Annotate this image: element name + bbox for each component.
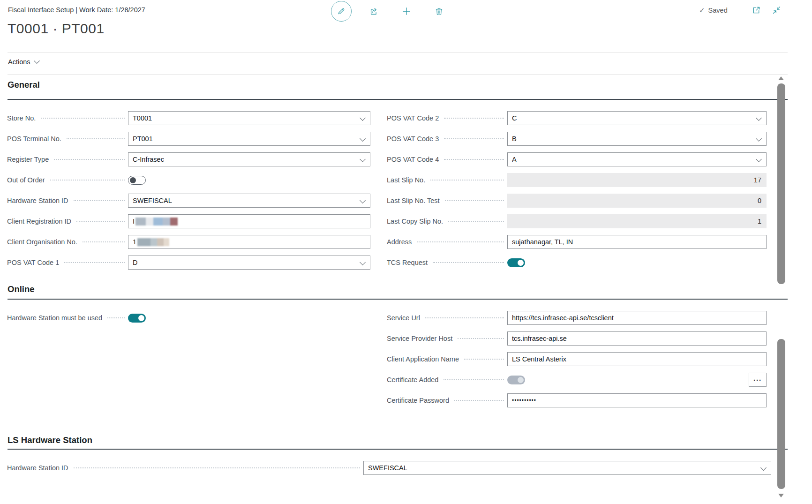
online-left-column: Hardware Station must be used <box>7 311 370 331</box>
section-heading-general[interactable]: General <box>8 80 40 90</box>
field-label: POS VAT Code 2 <box>387 114 439 122</box>
divider <box>8 75 788 75</box>
dotted-leader <box>74 467 360 468</box>
store-no-field[interactable]: T0001 <box>128 111 370 125</box>
general-right-column: POS VAT Code 2 C POS VAT Code 3 B POS VA… <box>387 111 767 276</box>
share-button[interactable] <box>364 1 384 21</box>
address-field[interactable]: sujathanagar, TL, IN <box>507 235 767 249</box>
field-label: Client Registration ID <box>7 218 71 225</box>
field-label: Address <box>387 238 412 246</box>
last-copy-slip-no-field: 1 <box>507 214 767 228</box>
field-row: Certificate Password •••••••••• <box>387 393 767 407</box>
field-label: Store No. <box>7 114 36 122</box>
chevron-down-icon[interactable] <box>360 115 366 121</box>
popout-button[interactable] <box>751 5 761 15</box>
section-rule <box>8 99 788 100</box>
actions-menu[interactable]: Actions <box>8 58 39 66</box>
field-label: Hardware Station must be used <box>7 314 102 322</box>
chevron-down-icon[interactable] <box>756 115 762 121</box>
dotted-leader <box>83 241 125 242</box>
check-icon: ✓ <box>699 6 705 15</box>
field-label: Last Slip No. Test <box>387 197 440 204</box>
last-slip-no-field: 17 <box>507 173 767 187</box>
hardware-station-id-field[interactable]: SWEFISCAL <box>128 194 370 208</box>
chevron-down-icon[interactable] <box>756 156 762 162</box>
dotted-leader <box>67 138 125 139</box>
tcs-request-toggle[interactable] <box>507 258 525 267</box>
actions-label: Actions <box>8 58 30 66</box>
dotted-leader <box>458 338 504 339</box>
dotted-leader <box>445 200 504 201</box>
pos-vat-code-1-field[interactable]: D <box>128 256 370 270</box>
section-rule <box>8 449 788 450</box>
assist-edit-button[interactable]: ··· <box>749 373 767 387</box>
dotted-leader <box>444 379 504 380</box>
new-button[interactable] <box>397 1 416 21</box>
ls-hardware-station-id-field[interactable]: SWEFISCAL <box>363 461 771 475</box>
field-row: Register Type C-Infrasec <box>7 152 370 166</box>
chevron-down-icon[interactable] <box>760 465 767 471</box>
field-row: TCS Request <box>387 256 767 270</box>
field-label: Service Provider Host <box>387 335 452 342</box>
section-heading-online[interactable]: Online <box>8 284 35 294</box>
field-row: Last Copy Slip No. 1 <box>387 214 767 228</box>
chevron-down-icon[interactable] <box>360 156 366 162</box>
save-status: ✓ Saved <box>699 6 728 15</box>
dotted-leader <box>433 262 504 263</box>
pos-terminal-no-field[interactable]: PT001 <box>128 132 370 146</box>
trash-icon <box>434 7 444 16</box>
dotted-leader <box>74 200 125 201</box>
redacted-value <box>137 238 169 246</box>
field-row: Service Provider Host tcs.infrasec-api.s… <box>387 331 767 346</box>
delete-button[interactable] <box>429 1 449 21</box>
out-of-order-toggle[interactable] <box>128 176 146 185</box>
last-slip-no-test-field: 0 <box>507 194 767 208</box>
scroll-up-arrow[interactable] <box>778 76 784 80</box>
client-registration-id-field[interactable]: I <box>128 214 370 228</box>
pos-vat-code-3-field[interactable]: B <box>507 132 767 146</box>
field-label: Hardware Station ID <box>7 197 68 204</box>
dotted-leader <box>454 400 504 401</box>
vertical-scrollbar[interactable] <box>777 70 786 504</box>
save-status-label: Saved <box>708 7 728 14</box>
redacted-value <box>135 218 178 226</box>
ls-hardware-station-column: Hardware Station ID SWEFISCAL <box>7 461 771 481</box>
scrollbar-thumb[interactable] <box>777 339 785 489</box>
chevron-down-icon[interactable] <box>360 135 366 142</box>
field-row: POS VAT Code 2 C <box>387 111 767 125</box>
field-label: Service Url <box>387 314 420 322</box>
field-row: Certificate Added ··· <box>387 373 767 387</box>
certificate-password-field[interactable]: •••••••••• <box>507 393 767 407</box>
chevron-down-icon[interactable] <box>360 259 366 265</box>
field-label: POS VAT Code 3 <box>387 135 439 143</box>
field-row: Hardware Station ID SWEFISCAL <box>7 461 771 475</box>
certificate-added-toggle <box>507 376 525 384</box>
field-row: Service Url https://tcs.infrasec-api.se/… <box>387 311 767 325</box>
pos-vat-code-2-field[interactable]: C <box>507 111 767 125</box>
collapse-button[interactable] <box>771 5 782 15</box>
field-label: Last Slip No. <box>387 176 425 184</box>
service-url-field[interactable]: https://tcs.infrasec-api.se/tcsclient <box>507 311 767 325</box>
dotted-leader <box>41 118 125 119</box>
dotted-leader <box>444 118 504 119</box>
client-application-name-field[interactable]: LS Central Asterix <box>507 352 767 366</box>
field-label: Last Copy Slip No. <box>387 218 443 225</box>
chevron-down-icon[interactable] <box>756 135 762 142</box>
field-row: Address sujathanagar, TL, IN <box>387 235 767 249</box>
dotted-leader <box>444 138 504 139</box>
edit-button[interactable] <box>331 1 352 22</box>
section-heading-ls-hardware-station[interactable]: LS Hardware Station <box>8 435 92 445</box>
pencil-icon <box>337 7 346 16</box>
scrollbar-thumb[interactable] <box>777 83 785 284</box>
field-row: POS VAT Code 1 D <box>7 256 370 270</box>
client-organisation-no-field[interactable]: 1 <box>128 235 370 249</box>
share-icon <box>369 6 379 16</box>
scroll-down-arrow[interactable] <box>778 494 784 497</box>
chevron-down-icon <box>34 58 40 64</box>
field-label: POS Terminal No. <box>7 135 61 143</box>
register-type-field[interactable]: C-Infrasec <box>128 152 370 166</box>
chevron-down-icon[interactable] <box>360 197 366 203</box>
pos-vat-code-4-field[interactable]: A <box>507 152 767 166</box>
service-provider-host-field[interactable]: tcs.infrasec-api.se <box>507 331 767 346</box>
hardware-station-must-be-used-toggle[interactable] <box>128 314 146 323</box>
